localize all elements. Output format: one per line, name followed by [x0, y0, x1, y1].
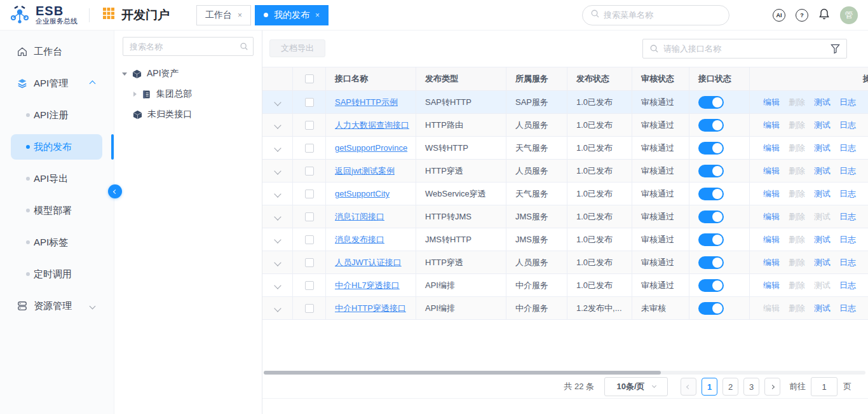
page-button-1[interactable]: 1: [702, 378, 717, 396]
action-edit-link[interactable]: 编辑: [763, 120, 780, 131]
interface-status-toggle[interactable]: [698, 279, 724, 292]
row-checkbox[interactable]: [305, 304, 314, 313]
action-log-link[interactable]: 日志: [839, 188, 856, 200]
tree-search-box[interactable]: [123, 37, 254, 56]
goto-page-input[interactable]: [811, 377, 837, 396]
action-log-link[interactable]: 日志: [839, 165, 856, 177]
action-log-link[interactable]: 日志: [839, 303, 856, 314]
expand-row-icon[interactable]: [274, 259, 281, 266]
interface-status-toggle[interactable]: [698, 233, 724, 246]
tab-close-icon[interactable]: ×: [315, 11, 320, 20]
row-checkbox[interactable]: [305, 144, 314, 153]
action-test-link[interactable]: 测试: [814, 120, 831, 131]
page-button-2[interactable]: 2: [722, 378, 738, 396]
expand-row-icon[interactable]: [274, 282, 281, 289]
action-test-link[interactable]: 测试: [814, 234, 831, 245]
action-test-link[interactable]: 测试: [814, 97, 831, 108]
tree-node-API资产[interactable]: API资产: [114, 64, 262, 84]
row-checkbox[interactable]: [305, 167, 314, 176]
tab-workbench[interactable]: 工作台×: [196, 5, 251, 25]
sidebar-item-资源管理[interactable]: 资源管理: [0, 290, 114, 322]
next-page-button[interactable]: [764, 378, 780, 396]
interface-search-box[interactable]: [642, 39, 847, 59]
interface-name-link[interactable]: 返回jwt测试案例: [335, 165, 395, 177]
interface-status-toggle[interactable]: [698, 165, 724, 177]
interface-search-input[interactable]: [663, 44, 826, 53]
action-edit-link[interactable]: 编辑: [763, 280, 780, 291]
tree-node-未归类接口[interactable]: 未归类接口: [114, 104, 262, 125]
interface-name-link[interactable]: 消息发布接口: [335, 234, 384, 245]
sidebar-item-我的发布[interactable]: 我的发布: [0, 131, 114, 163]
row-checkbox[interactable]: [305, 258, 314, 267]
tab-my-publish[interactable]: 我的发布×: [255, 5, 329, 25]
action-test-link[interactable]: 测试: [814, 257, 831, 268]
expand-row-icon[interactable]: [274, 236, 281, 243]
action-log-link[interactable]: 日志: [839, 280, 856, 291]
action-edit-link[interactable]: 编辑: [763, 234, 780, 245]
select-all-checkbox[interactable]: [305, 74, 314, 83]
interface-status-toggle[interactable]: [698, 119, 724, 132]
action-log-link[interactable]: 日志: [839, 120, 856, 131]
action-edit-link[interactable]: 编辑: [763, 165, 780, 177]
interface-name-link[interactable]: 人员JWT认证接口: [335, 257, 402, 268]
ai-icon[interactable]: AI: [773, 9, 785, 22]
sidebar-item-定时调用[interactable]: 定时调用: [0, 258, 114, 290]
row-checkbox[interactable]: [305, 235, 314, 244]
interface-name-link[interactable]: getSupportCity: [335, 189, 390, 198]
action-test-link[interactable]: 测试: [814, 165, 831, 177]
action-log-link[interactable]: 日志: [839, 97, 856, 108]
interface-status-toggle[interactable]: [698, 188, 724, 200]
action-edit-link[interactable]: 编辑: [763, 188, 780, 200]
interface-name-link[interactable]: getSupportProvince: [335, 143, 407, 153]
interface-name-link[interactable]: 中介HL7穿透接口: [335, 280, 400, 291]
sidebar-item-工作台[interactable]: 工作台: [0, 36, 114, 67]
action-edit-link[interactable]: 编辑: [763, 257, 780, 268]
menu-search-input[interactable]: [604, 10, 721, 20]
expand-row-icon[interactable]: [274, 190, 281, 197]
menu-search-box[interactable]: [582, 5, 729, 25]
interface-status-toggle[interactable]: [698, 96, 724, 109]
interface-name-link[interactable]: 人力大数据查询接口: [335, 120, 409, 131]
interface-status-toggle[interactable]: [698, 302, 724, 315]
expand-row-icon[interactable]: [274, 121, 281, 128]
interface-status-toggle[interactable]: [698, 256, 724, 269]
row-checkbox[interactable]: [305, 98, 314, 107]
interface-name-link[interactable]: 中介HTTP穿透接口: [335, 303, 406, 314]
expand-row-icon[interactable]: [274, 144, 281, 151]
caret-right-icon[interactable]: [133, 92, 137, 97]
action-edit-link[interactable]: 编辑: [763, 142, 780, 154]
action-log-link[interactable]: 日志: [839, 142, 856, 154]
expand-row-icon[interactable]: [274, 99, 281, 106]
row-checkbox[interactable]: [305, 212, 314, 221]
action-edit-link[interactable]: 编辑: [763, 211, 780, 223]
tree-search-input[interactable]: [123, 37, 254, 56]
row-checkbox[interactable]: [305, 121, 314, 130]
sidebar-item-API标签[interactable]: API标签: [0, 226, 114, 258]
row-checkbox[interactable]: [305, 281, 314, 290]
sidebar-item-模型部署[interactable]: 模型部署: [0, 195, 114, 226]
filter-icon[interactable]: [831, 44, 840, 54]
sidebar-collapse-button[interactable]: [108, 184, 122, 198]
tab-close-icon[interactable]: ×: [238, 11, 242, 20]
action-test-link[interactable]: 测试: [814, 188, 831, 200]
sidebar-item-API导出[interactable]: API导出: [0, 163, 114, 195]
page-button-3[interactable]: 3: [743, 378, 759, 396]
row-checkbox[interactable]: [305, 190, 314, 198]
horizontal-scrollbar-thumb[interactable]: [264, 371, 661, 375]
action-log-link[interactable]: 日志: [839, 257, 856, 268]
caret-down-icon[interactable]: [122, 72, 127, 76]
sidebar-item-API管理[interactable]: API管理: [0, 67, 114, 99]
interface-status-toggle[interactable]: [698, 210, 724, 223]
interface-name-link[interactable]: 消息订阅接口: [335, 211, 384, 223]
expand-row-icon[interactable]: [274, 213, 281, 220]
interface-status-toggle[interactable]: [698, 142, 724, 155]
action-log-link[interactable]: 日志: [839, 211, 856, 223]
expand-row-icon[interactable]: [274, 167, 281, 174]
action-log-link[interactable]: 日志: [839, 234, 856, 245]
action-edit-link[interactable]: 编辑: [763, 97, 780, 108]
avatar[interactable]: 管: [840, 6, 858, 24]
action-test-link[interactable]: 测试: [814, 303, 831, 314]
help-icon[interactable]: ?: [796, 9, 808, 22]
sidebar-item-API注册[interactable]: API注册: [0, 99, 114, 131]
tree-node-集团总部[interactable]: 集团总部: [114, 84, 262, 104]
